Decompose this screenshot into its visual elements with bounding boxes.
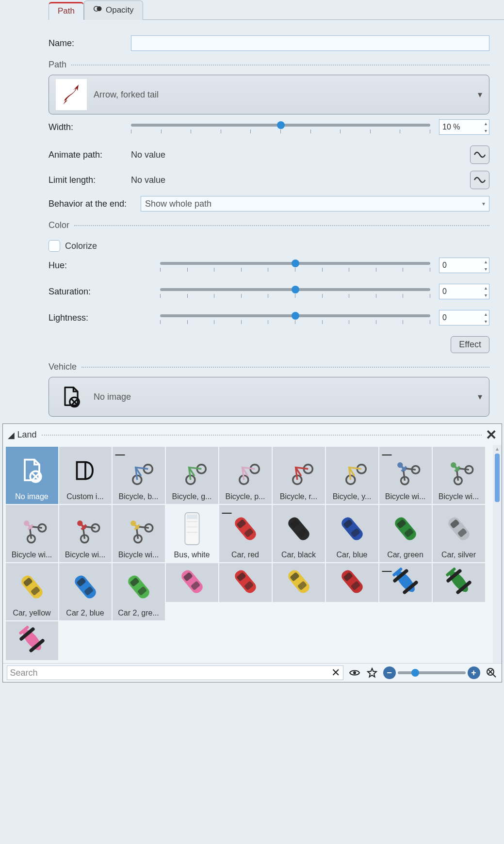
spin-up-icon[interactable]: ▴ [485,121,487,126]
tab-bar: Path Opacity [49,0,504,20]
item-label: Car, yellow [8,609,56,617]
zoom-reset-icon[interactable] [485,666,498,679]
search-input[interactable]: Search ✕ [7,665,343,680]
item-label: Bicycle, p... [221,492,270,501]
svg-rect-47 [392,515,418,542]
item-icon [435,507,483,551]
colorize-checkbox[interactable] [49,240,60,252]
zoom-slider[interactable] [398,671,466,674]
grid-item[interactable]: Car, silver [433,505,485,562]
eye-icon[interactable] [348,666,361,679]
grid-item[interactable]: Bicycle, p... [219,447,272,504]
grid-item[interactable]: Bicycle, r... [273,447,325,504]
zoom-in-button[interactable]: + [468,666,480,679]
behavior-select[interactable]: Show whole path ▾ [141,196,489,211]
animate-label: Animate path: [49,150,131,160]
width-spinbox[interactable]: 10 % ▴▾ [439,119,489,135]
section-vehicle-title: Vehicle [49,362,77,372]
path-style-select[interactable]: Arrow, forked tail ▾ [49,75,489,114]
vehicle-select[interactable]: No image ▾ [49,377,489,417]
svg-rect-38 [232,515,258,542]
svg-point-86 [353,671,356,674]
grid-item[interactable]: Custom i... [59,447,112,504]
grid-item[interactable]: Car, green [379,505,432,562]
vehicle-value: No image [94,392,131,402]
section-path-title: Path [49,60,66,70]
item-label: No image [8,492,56,501]
light-slider[interactable] [160,310,430,325]
zoom-out-button[interactable]: − [383,666,396,679]
width-slider[interactable] [131,120,430,134]
popup-title: Land [17,430,37,440]
tab-opacity[interactable]: Opacity [84,0,143,20]
grid-item[interactable]: Car, black [273,505,325,562]
item-label: Car, black [275,551,323,559]
sat-spinbox[interactable]: 0 ▴▾ [439,284,489,299]
chevron-down-icon: ▾ [482,200,485,207]
item-label: Custom i... [61,492,110,501]
scroll-up-icon[interactable]: ▴ [493,445,502,453]
item-label: Car, red [221,551,270,559]
scrollbar[interactable]: ▴ [493,445,502,663]
opacity-icon [93,4,103,16]
limit-curve-button[interactable] [470,171,489,189]
light-spinbox[interactable]: 0 ▴▾ [439,310,489,325]
item-label: Car, green [381,551,430,559]
item-label: Bicycle wi... [435,492,483,501]
grid-item[interactable] [273,563,325,602]
grid-item[interactable]: Bicycle, y... [326,447,378,504]
grid-item[interactable] [6,621,58,660]
item-icon [8,622,56,657]
item-label: Bicycle wi... [381,492,430,501]
name-label: Name: [49,38,131,49]
hue-spinbox[interactable]: 0 ▴▾ [439,258,489,273]
hue-value: 0 [442,261,447,270]
width-value: 10 % [442,123,460,131]
grid-item[interactable]: Bicycle wi... [433,447,485,504]
close-icon[interactable]: ✕ [486,427,497,443]
item-label: Bicycle wi... [61,551,110,559]
tab-path[interactable]: Path [49,2,84,20]
grid-item[interactable]: —Car, red [219,505,272,562]
grid-item[interactable]: Car 2, blue [59,563,112,620]
clear-search-icon[interactable]: ✕ [331,666,340,679]
item-icon [61,507,110,551]
name-input[interactable] [131,35,489,51]
grid-item[interactable] [433,563,485,602]
grid-item[interactable]: —Bicycle, b... [113,447,165,504]
animate-curve-button[interactable] [470,146,489,164]
grid-item[interactable]: Bus, white [166,505,218,562]
effect-button[interactable]: Effect [451,336,489,353]
grid-item[interactable]: No image [6,447,58,504]
star-icon[interactable] [366,666,378,679]
item-icon [221,449,270,492]
grid-item[interactable] [219,563,272,602]
hue-slider[interactable] [160,258,430,273]
grid-item[interactable]: Bicycle wi... [113,505,165,562]
grid-item[interactable]: — [379,563,432,602]
grid-item[interactable]: Bicycle wi... [6,505,58,562]
sat-slider[interactable] [160,284,430,299]
svg-rect-53 [19,573,44,601]
grid-item[interactable]: —Bicycle wi... [379,447,432,504]
zoom-control: − + [383,666,480,679]
limit-label: Limit length: [49,175,131,185]
grid-item[interactable] [326,563,378,602]
grid-item[interactable]: Car, blue [326,505,378,562]
item-label: Bicycle, g... [168,492,216,501]
expand-icon[interactable]: ◢ [8,430,15,440]
grid-item[interactable]: Bicycle wi... [59,505,112,562]
vehicle-picker-popup: ◢ Land ✕ No imageCustom i...—Bicycle, b.… [2,423,502,682]
grid-item[interactable]: Car 2, gre... [113,563,165,620]
item-icon [61,565,110,609]
item-icon [168,564,216,599]
spin-down-icon[interactable]: ▾ [485,128,487,133]
effect-label: Effect [459,340,481,349]
item-icon [275,449,323,492]
grid-item[interactable]: Car, yellow [6,563,58,620]
svg-rect-65 [232,568,258,595]
grid-item[interactable]: Bicycle, g... [166,447,218,504]
item-icon [8,565,56,609]
grid-item[interactable] [166,563,218,602]
item-icon [435,449,483,492]
